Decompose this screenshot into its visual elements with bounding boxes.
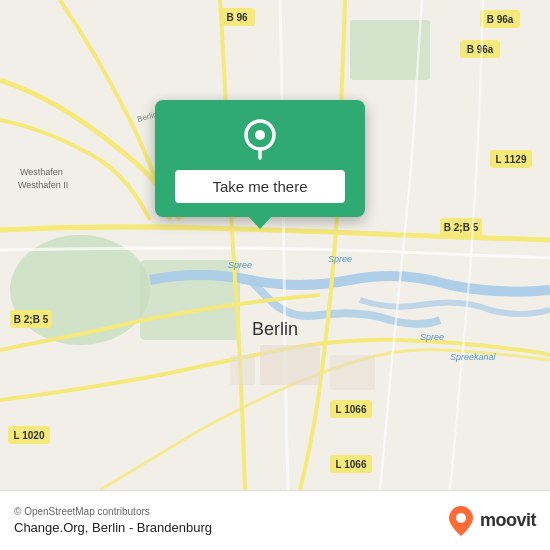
- svg-point-34: [255, 130, 265, 140]
- svg-text:Westhafen II: Westhafen II: [18, 180, 68, 190]
- svg-point-1: [10, 235, 150, 345]
- svg-text:Berlin: Berlin: [252, 319, 298, 339]
- svg-text:Spreekanal: Spreekanal: [450, 352, 497, 362]
- svg-text:B 96a: B 96a: [467, 44, 494, 55]
- location-label: Change.Org, Berlin - Brandenburg: [14, 520, 212, 535]
- take-me-there-button[interactable]: Take me there: [175, 170, 345, 203]
- svg-text:B 96: B 96: [226, 12, 248, 23]
- map-container: B 96 B 96a B 96a L 1129 B 2;B 5 B 2;B 5 …: [0, 0, 550, 490]
- moovit-pin-icon: [447, 504, 475, 538]
- svg-text:Spree: Spree: [328, 254, 352, 264]
- bottom-bar: © OpenStreetMap contributors Change.Org,…: [0, 490, 550, 550]
- moovit-logo: moovit: [447, 504, 536, 538]
- svg-text:L 1066: L 1066: [336, 404, 367, 415]
- location-popup: Take me there: [155, 100, 365, 217]
- map-pin-icon: [239, 118, 281, 160]
- svg-text:B 2;B 5: B 2;B 5: [14, 314, 49, 325]
- svg-text:Spree: Spree: [228, 260, 252, 270]
- svg-text:L 1066: L 1066: [336, 459, 367, 470]
- svg-text:L 1020: L 1020: [14, 430, 45, 441]
- moovit-brand-text: moovit: [480, 510, 536, 531]
- svg-text:Spree: Spree: [420, 332, 444, 342]
- map-roads-svg: B 96 B 96a B 96a L 1129 B 2;B 5 B 2;B 5 …: [0, 0, 550, 490]
- location-info: © OpenStreetMap contributors Change.Org,…: [14, 506, 212, 535]
- osm-attribution: © OpenStreetMap contributors: [14, 506, 212, 517]
- svg-text:L 1129: L 1129: [496, 154, 527, 165]
- svg-point-36: [456, 513, 466, 523]
- svg-rect-30: [260, 345, 320, 385]
- svg-text:B 96a: B 96a: [487, 14, 514, 25]
- svg-rect-31: [330, 355, 375, 390]
- svg-rect-32: [230, 355, 255, 385]
- svg-text:Westhafen: Westhafen: [20, 167, 63, 177]
